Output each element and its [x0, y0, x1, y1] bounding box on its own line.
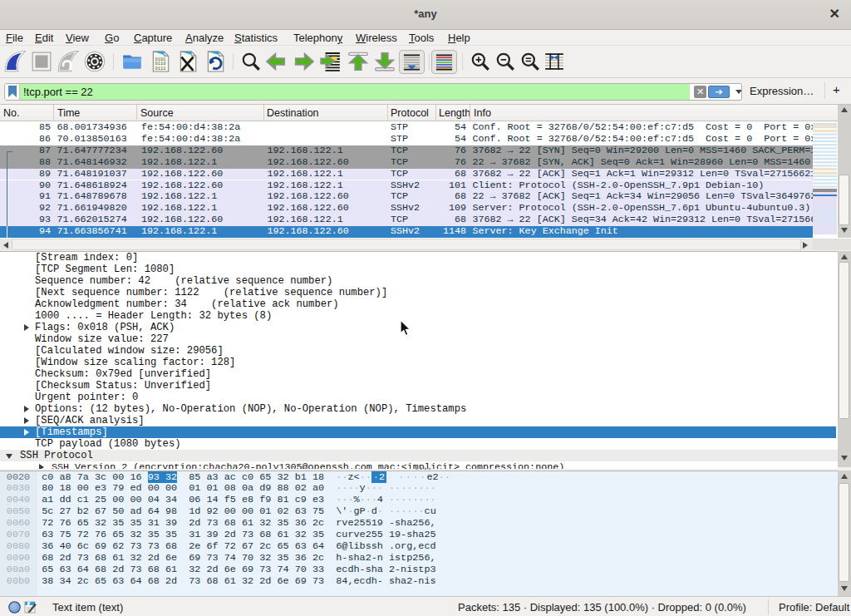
svg-text:0111: 0111 — [155, 66, 166, 71]
